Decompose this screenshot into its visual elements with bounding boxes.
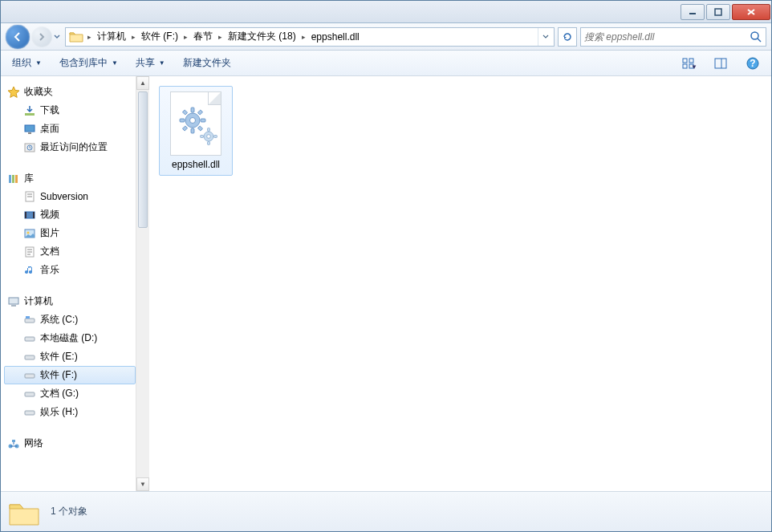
chevron-right-icon[interactable]: ▸ <box>216 33 225 41</box>
file-name: eppshell.dll <box>172 159 220 170</box>
drive-icon <box>23 351 36 363</box>
network-icon <box>7 437 20 450</box>
gear-icon <box>200 128 217 145</box>
breadcrumb-segment[interactable]: 新建文件夹 (18) <box>225 28 299 46</box>
nav-item-label: 系统 (C:) <box>40 313 78 327</box>
file-item[interactable]: eppshell.dll <box>159 86 233 176</box>
library-icon <box>7 173 20 185</box>
nav-item-recent[interactable]: 最近访问的位置 <box>4 138 136 156</box>
scroll-track[interactable] <box>136 90 149 477</box>
chevron-right-icon[interactable]: ▸ <box>129 33 138 41</box>
svg-rect-50 <box>180 119 185 122</box>
nav-item-music[interactable]: 音乐 <box>4 261 136 279</box>
desktop-icon <box>23 123 36 136</box>
svg-point-4 <box>751 32 758 39</box>
nav-group-computer[interactable]: 计算机 <box>4 292 136 311</box>
preview-pane-button[interactable] <box>710 55 731 72</box>
nav-group-label: 库 <box>24 172 34 185</box>
svg-rect-59 <box>208 142 210 145</box>
search-box[interactable] <box>580 27 766 47</box>
scroll-thumb[interactable] <box>138 91 148 228</box>
nav-item-downloads[interactable]: 下载 <box>4 101 136 120</box>
minimize-icon <box>689 8 697 16</box>
nav-item-drive-c[interactable]: 系统 (C:) <box>4 311 136 329</box>
nav-group-label: 计算机 <box>24 294 53 308</box>
nav-item-desktop[interactable]: 桌面 <box>4 120 136 138</box>
search-input[interactable] <box>584 31 750 43</box>
svg-rect-35 <box>11 305 16 307</box>
title-bar <box>1 1 771 23</box>
breadcrumb-dropdown[interactable] <box>538 28 552 46</box>
refresh-button[interactable] <box>558 27 577 47</box>
nav-group-favorites[interactable]: 收藏夹 <box>4 83 136 101</box>
nav-item-drive-g[interactable]: 文档 (G:) <box>4 384 136 403</box>
maximize-button[interactable] <box>706 4 730 20</box>
nav-item-drive-h[interactable]: 娱乐 (H:) <box>4 403 136 421</box>
svg-rect-8 <box>683 64 687 68</box>
include-label: 包含到库中 <box>59 56 108 70</box>
svg-rect-16 <box>28 132 31 134</box>
nav-scrollbar[interactable]: ▲ ▼ <box>136 76 149 491</box>
address-bar: ▸ 计算机 ▸ 软件 (F:) ▸ 春节 ▸ 新建文件夹 (18) ▸ epps… <box>1 23 771 51</box>
close-icon <box>746 8 756 16</box>
video-icon <box>23 209 36 221</box>
share-button[interactable]: 共享▼ <box>132 54 169 72</box>
file-list[interactable]: eppshell.dll <box>149 76 771 491</box>
back-button[interactable] <box>6 25 30 49</box>
status-text: 1 个对象 <box>51 505 87 518</box>
nav-item-documents[interactable]: 文档 <box>4 242 136 261</box>
svg-rect-42 <box>25 411 35 415</box>
chevron-right-icon[interactable]: ▸ <box>181 33 190 41</box>
command-bar: 组织▼ 包含到库中▼ 共享▼ 新建文件夹 ▼ ? <box>1 51 771 76</box>
maximize-icon <box>714 8 722 16</box>
drive-icon <box>23 314 36 327</box>
nav-group-libraries[interactable]: 库 <box>4 169 136 188</box>
nav-item-pictures[interactable]: 图片 <box>4 224 136 242</box>
view-options-button[interactable]: ▼ <box>678 55 699 72</box>
nav-item-drive-e[interactable]: 软件 (E:) <box>4 347 136 366</box>
navigation-pane: 收藏夹 下载 桌面 最近访问的位置 库 Subversio <box>1 76 136 491</box>
minimize-button[interactable] <box>681 4 705 20</box>
svg-rect-7 <box>689 59 693 63</box>
new-folder-button[interactable]: 新建文件夹 <box>180 54 234 72</box>
chevron-right-icon[interactable]: ▸ <box>299 33 308 41</box>
chevron-down-icon <box>54 35 60 39</box>
nav-item-label: 文档 (G:) <box>40 387 79 400</box>
chevron-down-icon: ▼ <box>35 59 42 67</box>
breadcrumb[interactable]: ▸ 计算机 ▸ 软件 (F:) ▸ 春节 ▸ 新建文件夹 (18) ▸ epps… <box>65 27 555 47</box>
content-area: 收藏夹 下载 桌面 最近访问的位置 库 Subversio <box>1 76 771 491</box>
chevron-right-icon[interactable]: ▸ <box>85 33 94 41</box>
search-icon[interactable] <box>750 30 762 43</box>
svg-rect-39 <box>25 355 35 359</box>
breadcrumb-segment[interactable]: eppshell.dll <box>308 28 363 46</box>
scroll-up-button[interactable]: ▲ <box>136 76 149 90</box>
download-icon <box>23 104 36 117</box>
svg-rect-41 <box>25 392 35 396</box>
scroll-down-button[interactable]: ▼ <box>136 477 149 491</box>
include-in-library-button[interactable]: 包含到库中▼ <box>56 54 121 72</box>
close-button[interactable] <box>732 4 770 20</box>
forward-button[interactable] <box>31 26 52 47</box>
svg-rect-60 <box>201 136 204 138</box>
nav-item-videos[interactable]: 视频 <box>4 205 136 224</box>
refresh-icon <box>562 31 573 43</box>
nav-item-subversion[interactable]: Subversion <box>4 188 136 205</box>
help-button[interactable]: ? <box>742 55 763 72</box>
nav-item-drive-d[interactable]: 本地磁盘 (D:) <box>4 329 136 347</box>
history-dropdown[interactable] <box>52 35 62 39</box>
arrow-right-icon <box>37 32 47 42</box>
drive-icon <box>23 388 36 400</box>
computer-icon <box>7 295 20 308</box>
nav-item-drive-f[interactable]: 软件 (F:) <box>4 366 136 384</box>
nav-group-network[interactable]: 网络 <box>4 434 136 453</box>
svg-point-29 <box>27 231 30 234</box>
new-folder-label: 新建文件夹 <box>183 56 231 70</box>
organize-button[interactable]: 组织▼ <box>9 54 45 72</box>
nav-item-label: Subversion <box>40 191 88 202</box>
nav-item-label: 桌面 <box>40 122 59 136</box>
nav-item-label: 本地磁盘 (D:) <box>40 331 97 345</box>
svg-rect-48 <box>191 108 194 112</box>
breadcrumb-segment[interactable]: 春节 <box>190 28 216 46</box>
breadcrumb-segment[interactable]: 软件 (F:) <box>138 28 181 46</box>
breadcrumb-segment[interactable]: 计算机 <box>94 28 129 46</box>
